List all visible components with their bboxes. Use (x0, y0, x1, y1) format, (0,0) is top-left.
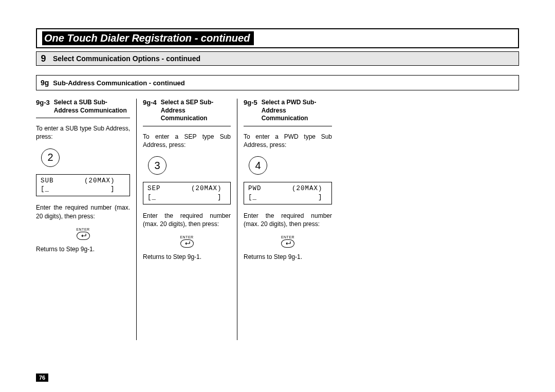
column-9g-3: 9g-3 Select a SUB Sub-Address Communicat… (36, 99, 137, 340)
enter-key-icon (281, 239, 294, 248)
step-header: 9 Select Communication Options - continu… (36, 51, 519, 66)
after-text: Enter the required number (max. 20 digit… (36, 203, 130, 220)
returns-text: Returns to Step 9g-1. (143, 253, 231, 261)
lcd-line2: [_ ] (248, 194, 323, 201)
numeric-key-3: 3 (148, 156, 166, 175)
enter-label: ENTER (36, 228, 130, 231)
after-text: Enter the required number (max. 20 digit… (143, 212, 231, 228)
column-number: 9g-4 (143, 99, 157, 106)
lcd-line1: SEP (20MAX) (147, 185, 222, 192)
sub-step-number: 9g (41, 79, 49, 87)
column-title: Select a SUB Sub-Address Communication (54, 99, 130, 115)
numeric-key-4: 4 (249, 156, 267, 175)
page-title-bar: One Touch Dialer Registration - continue… (36, 28, 519, 48)
lcd-line2: [_ ] (147, 194, 222, 201)
intro-text: To enter a SEP type Sub Address, press: (143, 133, 231, 149)
page-title: One Touch Dialer Registration - continue… (42, 31, 254, 45)
column-title: Select a SEP Sub-Address Communication (161, 99, 231, 123)
returns-text: Returns to Step 9g-1. (36, 245, 130, 253)
column-number: 9g-5 (244, 99, 257, 106)
enter-key-block: ENTER (36, 228, 130, 240)
column-9g-4: 9g-4 Select a SEP Sub-Address Communicat… (137, 99, 237, 340)
lcd-line1: SUB (20MAX) (41, 177, 115, 184)
column-title: Select a PWD Sub-Address Communication (262, 99, 332, 123)
lcd-display: PWD (20MAX) [_ ] (244, 182, 332, 204)
after-text: Enter the required number (max. 20 digit… (244, 212, 332, 228)
lcd-display: SUB (20MAX) [_ ] (36, 174, 130, 197)
column-header: 9g-5 Select a PWD Sub-Address Communicat… (244, 99, 332, 126)
enter-key-icon (180, 239, 194, 248)
lcd-line1: PWD (20MAX) (248, 185, 323, 192)
page-number: 76 (36, 374, 48, 382)
returns-text: Returns to Step 9g-1. (244, 253, 332, 261)
column-9g-5: 9g-5 Select a PWD Sub-Address Communicat… (237, 99, 338, 340)
intro-text: To enter a SUB type Sub Address, press: (36, 124, 130, 141)
enter-key-icon (77, 232, 90, 240)
lcd-display: SEP (20MAX) [_ ] (143, 182, 231, 204)
enter-key-block: ENTER (143, 235, 231, 248)
enter-label: ENTER (244, 235, 332, 239)
enter-label: ENTER (143, 235, 231, 239)
step-number: 9 (36, 52, 51, 65)
numeric-key-2: 2 (41, 148, 60, 167)
column-header: 9g-3 Select a SUB Sub-Address Communicat… (36, 99, 130, 118)
step-title: Select Communication Options - continued (51, 52, 200, 65)
enter-key-block: ENTER (244, 235, 332, 248)
sub-step-header: 9g Sub-Address Communication - continued (36, 75, 519, 90)
column-header: 9g-4 Select a SEP Sub-Address Communicat… (143, 99, 231, 126)
instruction-columns: 9g-3 Select a SUB Sub-Address Communicat… (36, 99, 519, 340)
sub-step-title: Sub-Address Communication - continued (53, 79, 184, 87)
column-number: 9g-3 (36, 99, 50, 106)
lcd-line2: [_ ] (41, 185, 115, 193)
intro-text: To enter a PWD type Sub Address, press: (244, 133, 332, 149)
